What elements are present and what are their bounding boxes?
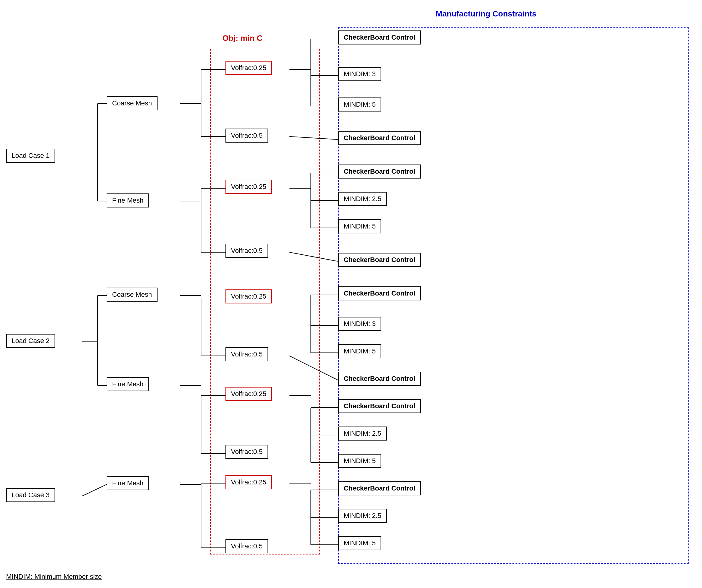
mindim-5-3: MINDIM: 5 bbox=[338, 344, 381, 358]
checkerboard-4: CheckerBoard Control bbox=[338, 253, 421, 267]
svg-line-8 bbox=[82, 484, 107, 496]
mindim-5-1: MINDIM: 5 bbox=[338, 98, 381, 112]
mindim-2p5-2: MINDIM: 2.5 bbox=[338, 427, 387, 441]
fine-mesh-2: Fine Mesh bbox=[107, 377, 149, 391]
checkerboard-6: CheckerBoard Control bbox=[338, 372, 421, 386]
load-case-1: Load Case 1 bbox=[6, 149, 55, 163]
mindim-2p5-3: MINDIM: 2.5 bbox=[338, 509, 387, 523]
load-case-3: Load Case 3 bbox=[6, 488, 55, 502]
checkerboard-7: CheckerBoard Control bbox=[338, 399, 421, 413]
volfrac-0p25-4: Volfrac:0.25 bbox=[225, 387, 272, 401]
volfrac-0p5-3: Volfrac:0.5 bbox=[225, 347, 268, 361]
mindim-5-4: MINDIM: 5 bbox=[338, 454, 381, 468]
coarse-mesh-1: Coarse Mesh bbox=[107, 96, 157, 110]
volfrac-0p25-1: Volfrac:0.25 bbox=[225, 61, 272, 75]
coarse-mesh-2: Coarse Mesh bbox=[107, 287, 157, 302]
manufacturing-constraints-header: Manufacturing Constraints bbox=[436, 9, 537, 19]
mindim-5-5: MINDIM: 5 bbox=[338, 536, 381, 550]
checkerboard-3: CheckerBoard Control bbox=[338, 164, 421, 179]
checkerboard-2: CheckerBoard Control bbox=[338, 131, 421, 145]
volfrac-0p5-5: Volfrac:0.5 bbox=[225, 539, 268, 553]
load-case-2: Load Case 2 bbox=[6, 334, 55, 348]
mindim-3-2: MINDIM: 3 bbox=[338, 317, 381, 331]
mindim-2p5-1: MINDIM: 2.5 bbox=[338, 192, 387, 206]
volfrac-0p25-5: Volfrac:0.25 bbox=[225, 475, 272, 489]
mindim-5-2: MINDIM: 5 bbox=[338, 219, 381, 233]
footer-mindim-label: MINDIM: Minimum Member size bbox=[6, 573, 102, 581]
volfrac-0p5-2: Volfrac:0.5 bbox=[225, 244, 268, 258]
volfrac-0p25-2: Volfrac:0.25 bbox=[225, 180, 272, 194]
volfrac-0p25-3: Volfrac:0.25 bbox=[225, 289, 272, 304]
obj-min-c-header: Obj: min C bbox=[222, 33, 262, 43]
fine-mesh-1: Fine Mesh bbox=[107, 194, 149, 208]
volfrac-0p5-1: Volfrac:0.5 bbox=[225, 129, 268, 143]
checkerboard-1: CheckerBoard Control bbox=[338, 30, 421, 44]
volfrac-0p5-4: Volfrac:0.5 bbox=[225, 445, 268, 459]
mindim-3-1: MINDIM: 3 bbox=[338, 67, 381, 81]
diagram: Manufacturing Constraints Obj: min C bbox=[0, 0, 702, 588]
fine-mesh-3: Fine Mesh bbox=[107, 476, 149, 490]
checkerboard-8: CheckerBoard Control bbox=[338, 481, 421, 495]
checkerboard-5: CheckerBoard Control bbox=[338, 286, 421, 301]
